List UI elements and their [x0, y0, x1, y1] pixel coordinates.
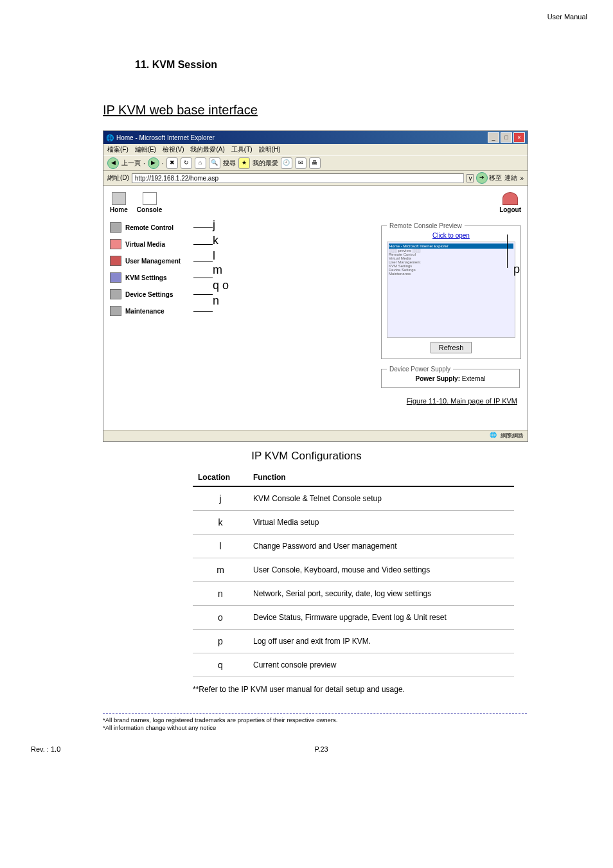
address-label: 網址(D) [107, 173, 129, 182]
nav-devset-label: Device Settings [125, 291, 173, 298]
maximize-button[interactable]: □ [501, 132, 512, 143]
history-icon[interactable]: 🕘 [281, 157, 292, 169]
nav-remote-control[interactable]: Remote Control [110, 222, 193, 233]
cell-func: Device Status, Firmware upgrade, Event l… [248, 606, 514, 630]
nav-kvm-settings[interactable]: KVM Settings [110, 272, 193, 283]
console-preview-thumbnail[interactable]: Home - Microsoft Internet Explorer ░░░ p… [387, 242, 515, 338]
callout-m: m [213, 263, 222, 277]
device-settings-icon [110, 289, 121, 299]
cell-loc: q [193, 653, 248, 677]
console-icon [143, 192, 157, 205]
print-icon[interactable]: 🖶 [309, 157, 321, 169]
search-label[interactable]: 搜尋 [223, 159, 236, 168]
device-power-supply-group: Device Power Supply Power Supply: Extern… [381, 366, 520, 388]
table-row: mUser Console, Keyboard, mouse and Video… [193, 558, 514, 582]
console-nav[interactable]: Console [137, 192, 162, 213]
footnote: **Refer to the IP KVM user manual for de… [193, 685, 587, 694]
power-label: Power Supply: [416, 375, 460, 382]
home-nav[interactable]: Home [110, 192, 128, 213]
stop-icon[interactable]: ✖ [166, 157, 178, 169]
callout-column: j k l m q o n [213, 222, 238, 394]
cell-loc: k [193, 511, 248, 535]
callout-l: l [213, 249, 215, 263]
table-row: jKVM Console & Telnet Console setup [193, 486, 514, 511]
refresh-icon[interactable]: ↻ [181, 157, 192, 169]
go-button[interactable]: ➔移至 [476, 172, 502, 184]
logout-nav[interactable]: Logout [499, 192, 521, 213]
callout-line [193, 227, 213, 228]
callout-k: k [213, 234, 218, 247]
url-input[interactable]: http://192.168.1.22/home.asp [132, 173, 465, 183]
menu-tools[interactable]: 工具(T) [231, 145, 253, 154]
cell-loc: j [193, 486, 248, 511]
cell-loc: o [193, 606, 248, 630]
cell-func: User Console, Keyboard, mouse and Video … [248, 558, 514, 582]
remote-control-icon [110, 222, 121, 233]
refresh-button[interactable]: Refresh [431, 342, 472, 353]
nav-user-management[interactable]: User Management [110, 256, 193, 266]
browser-menubar: 檔案(F) 編輯(E) 檢視(V) 我的最愛(A) 工具(T) 說明(H) [103, 144, 528, 155]
figure-caption: Figure 11-10. Main page of IP KVM [110, 397, 521, 405]
click-to-open-link[interactable]: Click to open [387, 232, 515, 239]
menu-file[interactable]: 檔案(F) [107, 145, 129, 154]
callout-line [193, 311, 213, 312]
kvm-settings-icon [110, 272, 121, 283]
nav-vmedia-label: Virtual Media [125, 241, 165, 248]
url-dropdown-icon[interactable]: v [466, 174, 474, 182]
address-bar: 網址(D) http://192.168.1.22/home.asp v ➔移至… [103, 171, 528, 186]
section-title: 11. KVM Session [135, 59, 587, 71]
favorites-label[interactable]: 我的最愛 [253, 159, 278, 168]
callout-q: q o [213, 279, 229, 292]
nav-virtual-media[interactable]: Virtual Media [110, 239, 193, 249]
cell-func: Change Password and User management [248, 535, 514, 558]
zone-label: 網際網路 [501, 432, 524, 440]
config-heading: IP KVM Configurations [26, 450, 587, 463]
virtual-media-icon [110, 239, 121, 249]
search-icon[interactable]: 🔍 [209, 157, 220, 169]
menu-help[interactable]: 說明(H) [259, 145, 281, 154]
col-location: Location [193, 469, 248, 486]
legal-text-2: *All information change without any noti… [103, 724, 587, 732]
table-row: nNetwork, Serial port, security, date, l… [193, 582, 514, 606]
links-chevron-icon[interactable]: » [520, 175, 524, 182]
remote-console-preview-group: Remote Console Preview Click to open Hom… [381, 222, 521, 359]
close-button[interactable]: × [513, 132, 525, 143]
back-label[interactable]: 上一頁 [121, 159, 141, 168]
power-legend: Device Power Supply [387, 366, 453, 373]
page-footer: Rev. : 1.0 P.23 [26, 745, 587, 753]
cell-func: KVM Console & Telnet Console setup [248, 486, 514, 511]
maintenance-icon [110, 306, 121, 316]
callout-line [193, 294, 213, 295]
back-icon[interactable]: ◀ [107, 157, 119, 169]
cell-loc: m [193, 558, 248, 582]
cell-loc: p [193, 630, 248, 653]
mail-icon[interactable]: ✉ [295, 157, 306, 169]
menu-favorites[interactable]: 我的最愛(A) [190, 145, 224, 154]
links-label[interactable]: 連結 [504, 173, 517, 182]
preview-legend: Remote Console Preview [387, 222, 465, 229]
menu-view[interactable]: 檢視(V) [163, 145, 184, 154]
page-content: Home Console Logout p Remote Control [103, 186, 528, 430]
table-row: lChange Password and User management [193, 535, 514, 558]
cell-loc: n [193, 582, 248, 606]
favorites-icon[interactable]: ★ [238, 157, 250, 169]
nav-maintenance[interactable]: Maintenance [110, 306, 193, 316]
minimize-button[interactable]: _ [488, 132, 499, 143]
side-nav: Remote Control Virtual Media User Manage… [110, 222, 193, 394]
nav-maint-label: Maintenance [125, 308, 164, 315]
callout-line [193, 278, 213, 278]
cell-loc: l [193, 535, 248, 558]
forward-icon[interactable]: ▶ [148, 157, 159, 169]
nav-device-settings[interactable]: Device Settings [110, 289, 193, 299]
cell-func: Virtual Media setup [248, 511, 514, 535]
ie-icon: 🌐 [106, 134, 114, 141]
callout-line [193, 261, 213, 261]
home-label: Home [110, 206, 128, 213]
config-table: Location Function jKVM Console & Telnet … [193, 469, 514, 677]
home-icon[interactable]: ⌂ [195, 157, 206, 169]
user-management-icon [110, 256, 121, 266]
browser-window: 🌐 Home - Microsoft Internet Explorer _ □… [103, 130, 528, 442]
nav-remote-label: Remote Control [125, 224, 173, 231]
table-row: pLog off user and exit from IP KVM. [193, 630, 514, 653]
menu-edit[interactable]: 編輯(E) [135, 145, 156, 154]
